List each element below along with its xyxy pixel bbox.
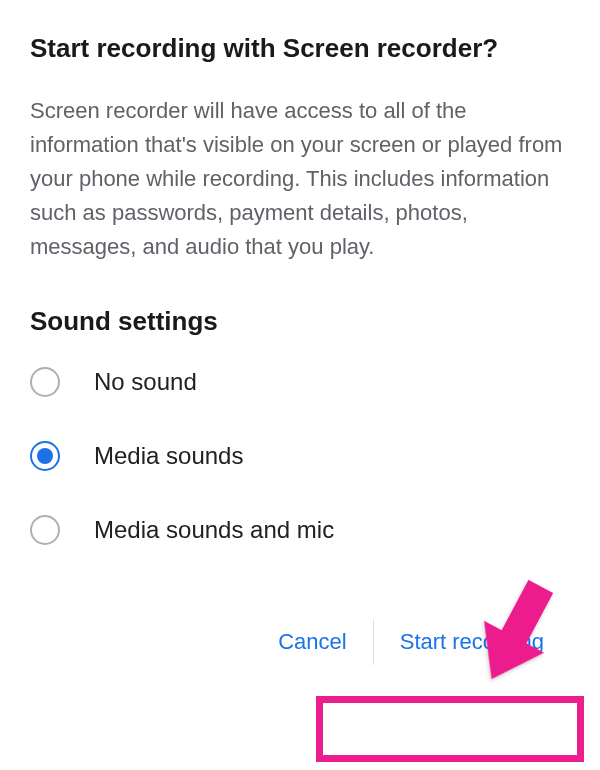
sound-settings-heading: Sound settings	[30, 306, 570, 337]
radio-option-media-sounds[interactable]: Media sounds	[30, 441, 570, 471]
radio-label: Media sounds and mic	[94, 516, 334, 544]
radio-option-no-sound[interactable]: No sound	[30, 367, 570, 397]
dialog-title: Start recording with Screen recorder?	[30, 32, 570, 66]
radio-icon	[30, 441, 60, 471]
annotation-highlight-box	[316, 696, 584, 762]
sound-settings-radio-group: No sound Media sounds Media sounds and m…	[30, 367, 570, 545]
radio-icon	[30, 515, 60, 545]
radio-option-media-sounds-and-mic[interactable]: Media sounds and mic	[30, 515, 570, 545]
radio-label: No sound	[94, 368, 197, 396]
radio-label: Media sounds	[94, 442, 243, 470]
start-recording-button[interactable]: Start recording	[374, 613, 570, 671]
dialog-actions: Cancel Start recording	[30, 613, 570, 671]
radio-icon	[30, 367, 60, 397]
dialog-description: Screen recorder will have access to all …	[30, 94, 570, 264]
cancel-button[interactable]: Cancel	[252, 613, 372, 671]
